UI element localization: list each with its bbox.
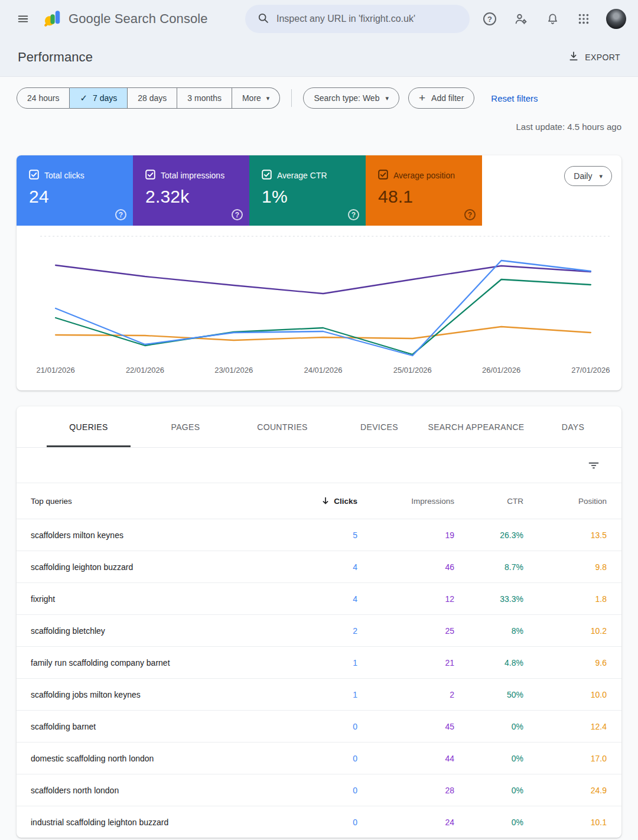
column-header-label: Clicks bbox=[334, 497, 357, 506]
tab-queries[interactable]: QUERIES bbox=[40, 406, 137, 447]
impressions-value: 46 bbox=[357, 562, 454, 572]
performance-line-chart[interactable]: 21/01/202622/01/202623/01/202624/01/2026… bbox=[17, 226, 621, 390]
position-value: 12.4 bbox=[523, 722, 607, 731]
reset-filters-link[interactable]: Reset filters bbox=[491, 93, 538, 103]
table-row[interactable]: fixright41233.3%1.8 bbox=[17, 582, 621, 614]
ctr-value: 0% bbox=[454, 818, 523, 827]
table-filter-button[interactable] bbox=[581, 453, 606, 478]
metric-tiles-row: Total clicks24?Total impressions2.32k?Av… bbox=[17, 155, 621, 226]
tab-countries[interactable]: COUNTRIES bbox=[234, 406, 331, 447]
ctr-value: 0% bbox=[454, 754, 523, 763]
checked-checkbox-icon[interactable] bbox=[145, 170, 155, 181]
table-row[interactable]: scaffolding jobs milton keynes1250%10.0 bbox=[17, 678, 621, 710]
checked-checkbox-icon[interactable] bbox=[262, 170, 272, 181]
query-cell[interactable]: scaffolders milton keynes bbox=[31, 530, 281, 540]
metric-tiles: Total clicks24?Total impressions2.32k?Av… bbox=[17, 155, 482, 226]
position-value: 9.8 bbox=[523, 562, 607, 572]
query-cell[interactable]: scaffolders north london bbox=[31, 786, 281, 795]
table-row[interactable]: family run scaffolding company barnet121… bbox=[17, 646, 621, 678]
hamburger-menu-icon bbox=[17, 12, 30, 25]
filter-list-icon bbox=[587, 459, 600, 472]
apps-grid-icon bbox=[577, 12, 590, 25]
table-toolbar bbox=[17, 448, 621, 483]
column-header-position[interactable]: Position bbox=[523, 497, 607, 506]
metric-help-icon[interactable]: ? bbox=[232, 209, 243, 220]
clicks-value: 1 bbox=[281, 658, 357, 668]
table-row[interactable]: scaffolders north london0280%24.9 bbox=[17, 774, 621, 806]
chevron-down-icon: ▾ bbox=[266, 95, 270, 102]
tab-devices[interactable]: DEVICES bbox=[331, 406, 428, 447]
tab-search-appearance[interactable]: SEARCH APPEARANCE bbox=[428, 406, 525, 447]
table-row[interactable]: scaffolding leighton buzzard4468.7%9.8 bbox=[17, 551, 621, 582]
date-range-chip-more[interactable]: More▾ bbox=[232, 87, 280, 109]
table-row[interactable]: scaffolding barnet0450%12.4 bbox=[17, 710, 621, 742]
interval-dropdown[interactable]: Daily ▾ bbox=[564, 166, 612, 186]
position-value: 17.0 bbox=[523, 754, 607, 763]
metric-value: 48.1 bbox=[378, 187, 482, 207]
metric-help-icon[interactable]: ? bbox=[115, 209, 126, 220]
tab-pages[interactable]: PAGES bbox=[137, 406, 234, 447]
table-row[interactable]: domestic scaffolding north london0440%17… bbox=[17, 742, 621, 774]
add-filter-chip[interactable]: + Add filter bbox=[408, 87, 474, 109]
checked-checkbox-icon[interactable] bbox=[378, 170, 388, 181]
metric-tile-average-ctr[interactable]: Average CTR1%? bbox=[249, 155, 366, 226]
metric-tile-average-position[interactable]: Average position48.1? bbox=[366, 155, 482, 226]
position-value: 9.6 bbox=[523, 658, 607, 668]
query-cell[interactable]: scaffolding jobs milton keynes bbox=[31, 690, 281, 699]
table-row[interactable]: scaffolding bletchley2258%10.2 bbox=[17, 614, 621, 646]
top-bar-left: Google Search Console bbox=[11, 6, 245, 31]
page-header: Performance EXPORT bbox=[0, 38, 638, 77]
notifications-button[interactable] bbox=[540, 6, 565, 31]
chart-line-average-ctr bbox=[56, 279, 591, 354]
column-header-ctr[interactable]: CTR bbox=[454, 497, 523, 506]
query-cell[interactable]: domestic scaffolding north london bbox=[31, 754, 281, 763]
date-range-chip-7-days[interactable]: ✓7 days bbox=[70, 87, 128, 109]
query-cell[interactable]: industrial scaffolding leighton buzzard bbox=[31, 818, 281, 827]
clicks-value: 4 bbox=[281, 562, 357, 572]
hamburger-menu-button[interactable] bbox=[11, 6, 35, 31]
table-body: scaffolders milton keynes51926.3%13.5sca… bbox=[17, 519, 621, 838]
export-button[interactable]: EXPORT bbox=[568, 50, 620, 64]
query-cell[interactable]: scaffolding barnet bbox=[31, 722, 281, 731]
metric-tile-head: Average position bbox=[378, 170, 482, 181]
tab-days[interactable]: DAYS bbox=[525, 406, 621, 447]
table-row[interactable]: scaffolders milton keynes51926.3%13.5 bbox=[17, 519, 621, 551]
impressions-value: 44 bbox=[357, 754, 454, 763]
query-cell[interactable]: scaffolding leighton buzzard bbox=[31, 562, 281, 572]
metric-help-icon[interactable]: ? bbox=[348, 209, 359, 220]
column-header-clicks[interactable]: Clicks bbox=[281, 496, 357, 506]
clicks-value: 5 bbox=[281, 530, 357, 540]
chip-label: 3 months bbox=[187, 93, 222, 103]
x-axis-tick-label: 27/01/2026 bbox=[571, 366, 610, 375]
metric-tile-total-impressions[interactable]: Total impressions2.32k? bbox=[133, 155, 249, 226]
query-cell[interactable]: scaffolding bletchley bbox=[31, 626, 281, 636]
date-range-chip-24-hours[interactable]: 24 hours bbox=[17, 87, 70, 109]
column-header-impressions[interactable]: Impressions bbox=[357, 497, 454, 506]
date-range-chip-3-months[interactable]: 3 months bbox=[177, 87, 232, 109]
impressions-value: 25 bbox=[357, 626, 454, 636]
date-range-chip-28-days[interactable]: 28 days bbox=[128, 87, 177, 109]
query-cell[interactable]: fixright bbox=[31, 594, 281, 604]
account-avatar[interactable] bbox=[606, 9, 626, 29]
overview-chart-panel: Total clicks24?Total impressions2.32k?Av… bbox=[17, 155, 621, 390]
query-cell[interactable]: family run scaffolding company barnet bbox=[31, 658, 281, 668]
google-apps-button[interactable] bbox=[571, 6, 596, 31]
help-button[interactable]: ? bbox=[477, 6, 502, 31]
manage-users-button[interactable] bbox=[509, 6, 533, 31]
ctr-value: 8.7% bbox=[454, 562, 523, 572]
impressions-value: 24 bbox=[357, 818, 454, 827]
metric-help-icon[interactable]: ? bbox=[464, 209, 476, 220]
metric-label: Average CTR bbox=[277, 171, 327, 180]
metric-tile-total-clicks[interactable]: Total clicks24? bbox=[17, 155, 133, 226]
metric-tile-head: Total impressions bbox=[145, 170, 249, 181]
search-type-chip[interactable]: Search type: Web ▾ bbox=[303, 87, 399, 109]
notifications-bell-icon bbox=[546, 12, 559, 26]
url-inspection-input[interactable] bbox=[276, 14, 464, 24]
gsc-logo[interactable]: Google Search Console bbox=[44, 9, 208, 29]
download-icon bbox=[568, 50, 580, 64]
metric-value: 1% bbox=[262, 187, 366, 207]
url-inspection-searchbox[interactable] bbox=[245, 5, 470, 33]
chart-x-axis-labels: 21/01/202622/01/202623/01/202624/01/2026… bbox=[17, 366, 621, 377]
checked-checkbox-icon[interactable] bbox=[29, 170, 39, 181]
table-row[interactable]: industrial scaffolding leighton buzzard0… bbox=[17, 806, 621, 838]
